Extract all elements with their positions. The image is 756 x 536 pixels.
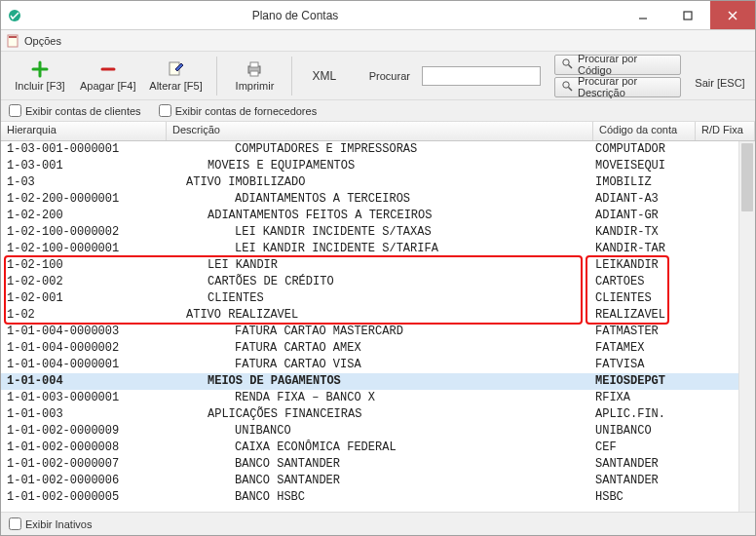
table-row[interactable]: 1-02-100LEI KANDIRLEIKANDIR: [1, 257, 755, 274]
cell-code: RFIXA: [593, 390, 754, 406]
edit-icon: [168, 60, 185, 78]
show-clients-input[interactable]: [9, 104, 21, 117]
xml-button[interactable]: XML: [302, 69, 346, 83]
minimize-button[interactable]: [621, 1, 665, 29]
col-hierarchy[interactable]: Hierarquia: [1, 122, 167, 140]
cell-code: IMOBILIZ: [593, 174, 754, 191]
cell-description: CLIENTES: [167, 290, 593, 307]
exit-button[interactable]: Sair [ESC]: [693, 54, 747, 98]
scrollbar-thumb[interactable]: [741, 143, 753, 211]
show-inactive-checkbox[interactable]: Exibir Inativos: [9, 517, 92, 530]
delete-label: Apagar [F4]: [80, 80, 135, 92]
table-row[interactable]: 1-02-002CARTÕES DE CRÉDITOCARTOES: [1, 274, 755, 290]
cell-code: LEIKANDIR: [593, 257, 754, 274]
menubar: Opções: [1, 30, 755, 52]
cell-code: FATAMEX: [593, 340, 754, 357]
cell-code: SANTANDER: [593, 473, 754, 489]
plus-icon: [31, 60, 49, 78]
search-input[interactable]: [422, 66, 541, 86]
edit-button[interactable]: Alterar [F5]: [145, 54, 208, 98]
window-title: Plano de Contas: [0, 9, 621, 22]
show-suppliers-input[interactable]: [159, 104, 171, 117]
search-by-code-label: Procurar por Código: [578, 53, 674, 76]
close-button[interactable]: [710, 1, 755, 29]
cell-code: UNIBANCO: [593, 423, 754, 440]
cell-hierarchy: 1-02-200: [1, 208, 167, 224]
grid-header: Hierarquia Descrição Código da conta R/D…: [1, 122, 755, 141]
magnifier-icon: [561, 80, 573, 94]
table-row[interactable]: 1-02-200-0000001ADIANTAMENTOS A TERCEIRO…: [1, 191, 755, 208]
table-row[interactable]: 1-02-100-0000001LEI KANDIR INCIDENTE S/T…: [1, 241, 755, 257]
toolbar: Incluir [F3] Apagar [F4] Alterar [F5] Im…: [1, 52, 755, 100]
cell-hierarchy: 1-01-003: [1, 406, 167, 423]
table-row[interactable]: 1-01-002-0000005BANCO HSBCHSBC: [1, 489, 755, 506]
table-row[interactable]: 1-01-004MEIOS DE PAGAMENTOSMEIOSDEPGT: [1, 373, 755, 390]
cell-description: FATURA CARTAO MASTERCARD: [167, 324, 593, 340]
table-row[interactable]: 1-01-003-0000001RENDA FIXA – BANCO XRFIX…: [1, 390, 755, 406]
cell-code: HSBC: [593, 489, 754, 506]
cell-description: COMPUTADORES E IMPRESSORAS: [167, 141, 593, 158]
svg-line-12: [568, 65, 572, 69]
col-description[interactable]: Descrição: [167, 122, 593, 140]
exit-label: Sair [ESC]: [695, 77, 744, 89]
svg-rect-10: [250, 71, 258, 76]
window-buttons: [621, 1, 755, 29]
options-icon: [7, 34, 20, 48]
cell-description: LEI KANDIR: [167, 257, 593, 274]
printer-icon: [246, 60, 263, 78]
table-row[interactable]: 1-01-002-0000006BANCO SANTANDERSANTANDER: [1, 473, 755, 489]
table-row[interactable]: 1-03-001-0000001COMPUTADORES E IMPRESSOR…: [1, 141, 755, 158]
footer: Exibir Inativos: [1, 512, 755, 535]
cell-code: REALIZAVEL: [593, 307, 754, 324]
table-row[interactable]: 1-01-004-0000002FATURA CARTAO AMEXFATAME…: [1, 340, 755, 357]
table-row[interactable]: 1-01-004-0000003FATURA CARTAO MASTERCARD…: [1, 324, 755, 340]
table-row[interactable]: 1-01-003APLICAÇÕES FINANCEIRASAPLIC.FIN.: [1, 406, 755, 423]
cell-hierarchy: 1-03: [1, 174, 167, 191]
cell-description: LEI KANDIR INCIDENTE S/TARIFA: [167, 241, 593, 257]
print-button[interactable]: Imprimir: [227, 54, 282, 98]
cell-hierarchy: 1-01-002-0000006: [1, 473, 167, 489]
include-label: Incluir [F3]: [15, 80, 64, 92]
table-row[interactable]: 1-03ATIVO IMOBILIZADOIMOBILIZ: [1, 174, 755, 191]
table-row[interactable]: 1-01-002-0000008CAIXA ECONÔMICA FEDERALC…: [1, 440, 755, 456]
cell-description: FATURA CARTAO VISA: [167, 357, 593, 373]
search-by-code-button[interactable]: Procurar por Código: [554, 55, 681, 75]
table-row[interactable]: 1-02-100-0000002LEI KANDIR INCIDENTE S/T…: [1, 224, 755, 241]
show-inactive-input[interactable]: [9, 517, 21, 530]
table-row[interactable]: 1-02ATIVO REALIZAVELREALIZAVEL: [1, 307, 755, 324]
search-by-desc-button[interactable]: Procurar por Descrição: [554, 77, 681, 97]
col-rd[interactable]: R/D Fixa: [696, 122, 755, 140]
cell-description: ATIVO REALIZAVEL: [167, 307, 593, 324]
search-label: Procurar: [369, 70, 410, 82]
include-button[interactable]: Incluir [F3]: [9, 54, 71, 98]
show-suppliers-checkbox[interactable]: Exibir contas de fornecedores: [159, 104, 318, 117]
col-code[interactable]: Código da conta: [593, 122, 696, 140]
cell-code: CEF: [593, 440, 754, 456]
cell-description: ADIANTAMENTOS A TERCEIROS: [167, 191, 593, 208]
cell-description: ATIVO IMOBILIZADO: [167, 174, 593, 191]
table-row[interactable]: 1-01-004-0000001FATURA CARTAO VISAFATVIS…: [1, 357, 755, 373]
vertical-scrollbar[interactable]: [738, 141, 755, 512]
cell-code: FATMASTER: [593, 324, 754, 340]
cell-code: KANDIR-TAR: [593, 241, 754, 257]
cell-description: BANCO SANTANDER: [167, 473, 593, 489]
show-clients-checkbox[interactable]: Exibir contas de clientes: [9, 104, 141, 117]
cell-hierarchy: 1-01-004: [1, 373, 167, 390]
table-row[interactable]: 1-01-002-0000009UNIBANCOUNIBANCO: [1, 423, 755, 440]
delete-button[interactable]: Apagar [F4]: [77, 54, 139, 98]
cell-code: COMPUTADOR: [593, 141, 754, 158]
maximize-button[interactable]: [665, 1, 710, 29]
cell-description: LEI KANDIR INCIDENTE S/TAXAS: [167, 224, 593, 241]
cell-description: MOVEIS E EQUIPAMENTOS: [167, 158, 593, 174]
magnifier-icon: [561, 57, 573, 71]
table-row[interactable]: 1-03-001MOVEIS E EQUIPAMENTOSMOVEISEQUI: [1, 158, 755, 174]
table-row[interactable]: 1-02-001CLIENTESCLIENTES: [1, 290, 755, 307]
cell-description: BANCO SANTANDER: [167, 456, 593, 473]
table-row[interactable]: 1-02-200ADIANTAMENTOS FEITOS A TERCEIROS…: [1, 208, 755, 224]
table-row[interactable]: 1-01-002-0000007BANCO SANTANDERSANTANDER: [1, 456, 755, 473]
svg-line-14: [568, 88, 572, 92]
grid-body[interactable]: 1-03-001-0000001COMPUTADORES E IMPRESSOR…: [1, 141, 755, 512]
options-menu[interactable]: Opções: [24, 35, 61, 47]
cell-description: APLICAÇÕES FINANCEIRAS: [167, 406, 593, 423]
cell-hierarchy: 1-01-002-0000007: [1, 456, 167, 473]
